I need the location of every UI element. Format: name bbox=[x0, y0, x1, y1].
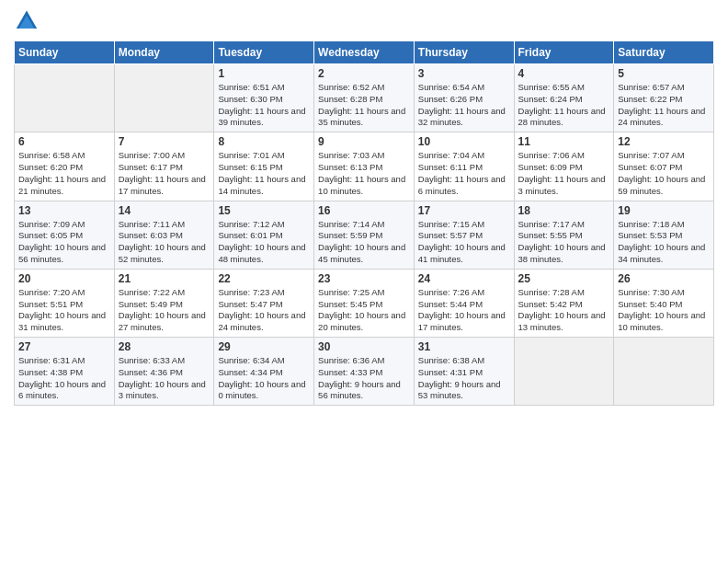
day-detail: Sunrise: 7:06 AM Sunset: 6:09 PM Dayligh… bbox=[518, 150, 610, 197]
day-detail: Sunrise: 6:38 AM Sunset: 4:31 PM Dayligh… bbox=[418, 355, 510, 402]
calendar-cell bbox=[15, 64, 115, 132]
day-detail: Sunrise: 7:30 AM Sunset: 5:40 PM Dayligh… bbox=[618, 287, 710, 334]
calendar-cell: 8Sunrise: 7:01 AM Sunset: 6:15 PM Daylig… bbox=[214, 132, 314, 201]
day-number: 9 bbox=[318, 135, 410, 148]
calendar-cell: 13Sunrise: 7:09 AM Sunset: 6:05 PM Dayli… bbox=[15, 201, 115, 269]
weekday-header: Friday bbox=[514, 41, 614, 64]
day-number: 3 bbox=[418, 67, 510, 80]
logo-icon bbox=[14, 9, 40, 35]
calendar-body: 1Sunrise: 6:51 AM Sunset: 6:30 PM Daylig… bbox=[15, 64, 714, 406]
calendar-cell: 26Sunrise: 7:30 AM Sunset: 5:40 PM Dayli… bbox=[614, 269, 714, 337]
day-detail: Sunrise: 7:03 AM Sunset: 6:13 PM Dayligh… bbox=[318, 150, 410, 197]
day-detail: Sunrise: 6:33 AM Sunset: 4:36 PM Dayligh… bbox=[119, 355, 210, 402]
day-number: 19 bbox=[618, 204, 710, 217]
day-number: 5 bbox=[618, 67, 710, 80]
day-detail: Sunrise: 7:00 AM Sunset: 6:17 PM Dayligh… bbox=[119, 150, 210, 197]
calendar-week-row: 6Sunrise: 6:58 AM Sunset: 6:20 PM Daylig… bbox=[15, 132, 714, 201]
day-number: 29 bbox=[218, 340, 310, 353]
day-detail: Sunrise: 7:09 AM Sunset: 6:05 PM Dayligh… bbox=[18, 219, 110, 266]
weekday-header: Monday bbox=[114, 41, 214, 64]
day-number: 11 bbox=[518, 135, 610, 148]
calendar-cell: 6Sunrise: 6:58 AM Sunset: 6:20 PM Daylig… bbox=[15, 132, 115, 201]
day-detail: Sunrise: 7:15 AM Sunset: 5:57 PM Dayligh… bbox=[418, 219, 510, 266]
day-number: 1 bbox=[218, 67, 310, 80]
calendar-cell: 23Sunrise: 7:25 AM Sunset: 5:45 PM Dayli… bbox=[314, 269, 415, 337]
calendar-cell: 24Sunrise: 7:26 AM Sunset: 5:44 PM Dayli… bbox=[414, 269, 514, 337]
calendar-cell: 15Sunrise: 7:12 AM Sunset: 6:01 PM Dayli… bbox=[214, 201, 314, 269]
day-detail: Sunrise: 6:54 AM Sunset: 6:26 PM Dayligh… bbox=[418, 82, 510, 129]
calendar-header: SundayMondayTuesdayWednesdayThursdayFrid… bbox=[15, 41, 714, 64]
calendar-cell: 9Sunrise: 7:03 AM Sunset: 6:13 PM Daylig… bbox=[314, 132, 415, 201]
calendar-cell: 31Sunrise: 6:38 AM Sunset: 4:31 PM Dayli… bbox=[414, 338, 514, 406]
weekday-header: Thursday bbox=[414, 41, 514, 64]
weekday-header: Tuesday bbox=[214, 41, 314, 64]
calendar-cell: 12Sunrise: 7:07 AM Sunset: 6:07 PM Dayli… bbox=[614, 132, 714, 201]
calendar-cell: 11Sunrise: 7:06 AM Sunset: 6:09 PM Dayli… bbox=[514, 132, 614, 201]
calendar-cell: 19Sunrise: 7:18 AM Sunset: 5:53 PM Dayli… bbox=[614, 201, 714, 269]
day-detail: Sunrise: 6:34 AM Sunset: 4:34 PM Dayligh… bbox=[218, 355, 310, 402]
day-number: 4 bbox=[518, 67, 610, 80]
day-detail: Sunrise: 7:28 AM Sunset: 5:42 PM Dayligh… bbox=[518, 287, 610, 334]
day-detail: Sunrise: 7:04 AM Sunset: 6:11 PM Dayligh… bbox=[418, 150, 510, 197]
day-number: 15 bbox=[218, 204, 310, 217]
calendar-cell: 5Sunrise: 6:57 AM Sunset: 6:22 PM Daylig… bbox=[614, 64, 714, 132]
calendar-week-row: 1Sunrise: 6:51 AM Sunset: 6:30 PM Daylig… bbox=[15, 64, 714, 132]
day-detail: Sunrise: 6:36 AM Sunset: 4:33 PM Dayligh… bbox=[318, 355, 410, 402]
day-number: 12 bbox=[618, 135, 710, 148]
day-detail: Sunrise: 7:25 AM Sunset: 5:45 PM Dayligh… bbox=[318, 287, 410, 334]
day-detail: Sunrise: 7:22 AM Sunset: 5:49 PM Dayligh… bbox=[119, 287, 210, 334]
calendar-week-row: 13Sunrise: 7:09 AM Sunset: 6:05 PM Dayli… bbox=[15, 201, 714, 269]
weekday-header: Sunday bbox=[15, 41, 115, 64]
calendar-cell bbox=[614, 338, 714, 406]
day-number: 24 bbox=[418, 272, 510, 285]
day-number: 8 bbox=[218, 135, 310, 148]
header bbox=[14, 9, 714, 35]
day-number: 20 bbox=[18, 272, 110, 285]
weekday-header: Wednesday bbox=[314, 41, 415, 64]
calendar-cell bbox=[514, 338, 614, 406]
day-detail: Sunrise: 7:23 AM Sunset: 5:47 PM Dayligh… bbox=[218, 287, 310, 334]
day-detail: Sunrise: 6:52 AM Sunset: 6:28 PM Dayligh… bbox=[318, 82, 410, 129]
day-number: 27 bbox=[18, 340, 110, 353]
day-number: 23 bbox=[318, 272, 410, 285]
day-detail: Sunrise: 7:20 AM Sunset: 5:51 PM Dayligh… bbox=[18, 287, 110, 334]
day-detail: Sunrise: 7:26 AM Sunset: 5:44 PM Dayligh… bbox=[418, 287, 510, 334]
calendar-cell: 16Sunrise: 7:14 AM Sunset: 5:59 PM Dayli… bbox=[314, 201, 415, 269]
day-number: 17 bbox=[418, 204, 510, 217]
calendar-cell: 18Sunrise: 7:17 AM Sunset: 5:55 PM Dayli… bbox=[514, 201, 614, 269]
day-number: 16 bbox=[318, 204, 410, 217]
calendar-cell: 7Sunrise: 7:00 AM Sunset: 6:17 PM Daylig… bbox=[114, 132, 214, 201]
weekday-header: Saturday bbox=[614, 41, 714, 64]
day-detail: Sunrise: 6:51 AM Sunset: 6:30 PM Dayligh… bbox=[218, 82, 310, 129]
calendar-cell: 2Sunrise: 6:52 AM Sunset: 6:28 PM Daylig… bbox=[314, 64, 415, 132]
day-detail: Sunrise: 7:07 AM Sunset: 6:07 PM Dayligh… bbox=[618, 150, 710, 197]
day-detail: Sunrise: 7:17 AM Sunset: 5:55 PM Dayligh… bbox=[518, 219, 610, 266]
day-detail: Sunrise: 7:11 AM Sunset: 6:03 PM Dayligh… bbox=[119, 219, 210, 266]
day-number: 18 bbox=[518, 204, 610, 217]
calendar-cell: 27Sunrise: 6:31 AM Sunset: 4:38 PM Dayli… bbox=[15, 338, 115, 406]
calendar-cell: 25Sunrise: 7:28 AM Sunset: 5:42 PM Dayli… bbox=[514, 269, 614, 337]
day-number: 31 bbox=[418, 340, 510, 353]
calendar-cell: 30Sunrise: 6:36 AM Sunset: 4:33 PM Dayli… bbox=[314, 338, 415, 406]
day-number: 30 bbox=[318, 340, 410, 353]
calendar-cell: 1Sunrise: 6:51 AM Sunset: 6:30 PM Daylig… bbox=[214, 64, 314, 132]
day-number: 13 bbox=[18, 204, 110, 217]
day-number: 22 bbox=[218, 272, 310, 285]
day-number: 2 bbox=[318, 67, 410, 80]
day-number: 21 bbox=[119, 272, 210, 285]
day-number: 25 bbox=[518, 272, 610, 285]
calendar-cell: 4Sunrise: 6:55 AM Sunset: 6:24 PM Daylig… bbox=[514, 64, 614, 132]
day-number: 26 bbox=[618, 272, 710, 285]
calendar-table: SundayMondayTuesdayWednesdayThursdayFrid… bbox=[14, 40, 714, 406]
day-number: 28 bbox=[119, 340, 210, 353]
calendar-cell: 17Sunrise: 7:15 AM Sunset: 5:57 PM Dayli… bbox=[414, 201, 514, 269]
day-number: 10 bbox=[418, 135, 510, 148]
day-detail: Sunrise: 7:14 AM Sunset: 5:59 PM Dayligh… bbox=[318, 219, 410, 266]
calendar-cell: 10Sunrise: 7:04 AM Sunset: 6:11 PM Dayli… bbox=[414, 132, 514, 201]
day-number: 14 bbox=[119, 204, 210, 217]
day-number: 6 bbox=[18, 135, 110, 148]
calendar-cell bbox=[114, 64, 214, 132]
day-detail: Sunrise: 7:18 AM Sunset: 5:53 PM Dayligh… bbox=[618, 219, 710, 266]
calendar-week-row: 20Sunrise: 7:20 AM Sunset: 5:51 PM Dayli… bbox=[15, 269, 714, 337]
day-detail: Sunrise: 7:01 AM Sunset: 6:15 PM Dayligh… bbox=[218, 150, 310, 197]
